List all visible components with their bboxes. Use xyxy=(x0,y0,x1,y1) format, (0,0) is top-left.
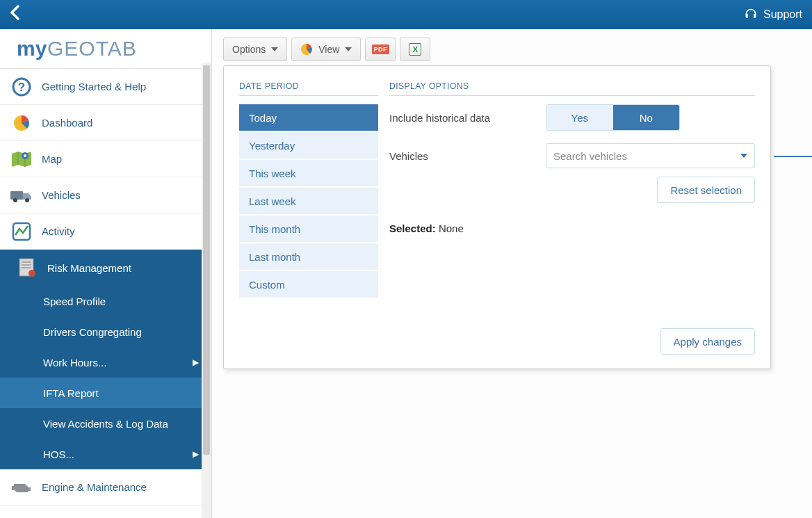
scrollbar-thumb[interactable] xyxy=(203,65,210,455)
logo-suffix: GEOTAB xyxy=(47,37,137,60)
svg-rect-10 xyxy=(22,261,31,263)
toggle-yes[interactable]: Yes xyxy=(546,105,613,130)
truck-icon xyxy=(10,187,33,204)
period-option[interactable]: Last week xyxy=(239,188,378,214)
report-icon xyxy=(15,258,39,277)
nav-label: Activity xyxy=(42,225,75,237)
nav-getting-started[interactable]: ? Getting Started & Help xyxy=(0,69,211,105)
nav-activity[interactable]: Activity xyxy=(0,213,211,250)
selected-value: None xyxy=(439,222,464,234)
nav-risk-management[interactable]: Risk Management xyxy=(0,250,211,286)
svg-rect-14 xyxy=(12,486,14,490)
sub-nav-item[interactable]: Speed Profile xyxy=(0,286,211,316)
top-bar: Support xyxy=(0,0,812,29)
sub-nav-item[interactable]: IFTA Report xyxy=(0,378,211,408)
nav-engine-maintenance[interactable]: Engine & Maintenance xyxy=(0,469,211,505)
options-label: Options xyxy=(232,44,266,55)
date-period-list: TodayYesterdayThis weekLast weekThis mon… xyxy=(239,104,378,298)
svg-point-7 xyxy=(25,198,29,202)
sidebar: my GEOTAB ? Getting Started & Help Dashb… xyxy=(0,29,212,518)
svg-text:?: ? xyxy=(18,81,25,94)
options-button[interactable]: Options xyxy=(223,38,287,61)
nav-map[interactable]: Map xyxy=(0,141,211,177)
chevron-down-icon xyxy=(345,47,352,51)
period-option[interactable]: Yesterday xyxy=(239,132,378,159)
apply-changes-button[interactable]: Apply changes xyxy=(660,328,755,355)
activity-icon xyxy=(10,222,33,241)
activity-submenu: Risk Management Speed ProfileDrivers Con… xyxy=(0,250,211,469)
svg-rect-12 xyxy=(22,267,31,268)
apply-label: Apply changes xyxy=(674,336,742,348)
period-option[interactable]: Today xyxy=(239,104,378,131)
export-excel-button[interactable]: X xyxy=(400,38,430,61)
chevron-left-icon xyxy=(10,5,19,20)
svg-rect-5 xyxy=(10,191,23,200)
view-label: View xyxy=(318,44,339,55)
vehicles-placeholder: Search vehicles xyxy=(553,150,627,162)
tab-underline xyxy=(774,156,812,157)
reset-selection-button[interactable]: Reset selection xyxy=(657,177,755,203)
piechart-icon xyxy=(300,43,313,56)
period-option[interactable]: This week xyxy=(239,160,378,186)
include-historical-label: Include historical data xyxy=(389,112,546,124)
options-panel: DATE PERIOD TodayYesterdayThis weekLast … xyxy=(223,65,771,369)
view-button[interactable]: View xyxy=(291,38,361,61)
display-options-title: DISPLAY OPTIONS xyxy=(389,81,755,96)
sub-nav-item[interactable]: Drivers Congregating xyxy=(0,316,211,347)
back-button[interactable] xyxy=(10,5,19,24)
support-link[interactable]: Support xyxy=(744,8,802,22)
sub-nav-label: View Accidents & Log Data xyxy=(43,418,168,430)
nav-label: Dashboard xyxy=(42,117,92,129)
logo: my GEOTAB xyxy=(0,29,211,69)
chevron-right-icon: ▶ xyxy=(193,357,199,367)
date-period-title: DATE PERIOD xyxy=(239,81,378,96)
period-option[interactable]: Custom xyxy=(239,271,378,298)
chevron-down-icon xyxy=(740,154,747,158)
sub-nav-label: Drivers Congregating xyxy=(43,326,142,338)
nav-vehicles[interactable]: Vehicles xyxy=(0,177,211,213)
nav-label: Engine & Maintenance xyxy=(42,481,147,493)
include-historical-toggle: Yes No xyxy=(546,104,680,131)
reset-label: Reset selection xyxy=(670,184,742,196)
logo-prefix: my xyxy=(17,37,47,60)
chevron-right-icon: ▶ xyxy=(193,449,199,459)
headset-icon xyxy=(744,8,758,22)
selected-label: Selected: xyxy=(389,222,436,234)
period-option[interactable]: Last month xyxy=(239,243,378,270)
export-pdf-button[interactable]: PDF xyxy=(365,38,396,61)
engine-icon xyxy=(10,480,33,495)
toolbar: Options View PDF X xyxy=(223,38,812,61)
sidebar-scrollbar[interactable] xyxy=(202,63,211,518)
vehicles-select[interactable]: Search vehicles xyxy=(546,143,755,168)
sub-nav-item[interactable]: HOS...▶ xyxy=(0,439,211,469)
nav-dashboard[interactable]: Dashboard xyxy=(0,105,211,141)
pdf-icon: PDF xyxy=(372,44,390,54)
sub-nav-item[interactable]: Work Hours...▶ xyxy=(0,347,211,378)
svg-point-4 xyxy=(24,154,26,157)
sub-nav-item[interactable]: View Accidents & Log Data xyxy=(0,408,211,439)
vehicles-label: Vehicles xyxy=(389,150,546,162)
risk-management-label: Risk Management xyxy=(47,262,131,274)
selected-summary: Selected: None xyxy=(389,222,755,234)
svg-point-6 xyxy=(13,198,17,202)
sub-nav-label: Speed Profile xyxy=(43,296,106,307)
chevron-down-icon xyxy=(271,47,278,51)
sub-nav-label: IFTA Report xyxy=(43,387,99,399)
toggle-no[interactable]: No xyxy=(613,105,680,130)
svg-rect-15 xyxy=(28,487,31,491)
period-option[interactable]: This month xyxy=(239,216,378,242)
nav-label: Map xyxy=(42,153,62,165)
svg-point-13 xyxy=(29,270,35,277)
nav-label: Getting Started & Help xyxy=(42,81,146,92)
sub-nav-label: Work Hours... xyxy=(43,357,106,369)
svg-rect-11 xyxy=(22,264,31,266)
sub-nav-label: HOS... xyxy=(43,448,74,460)
help-icon: ? xyxy=(10,77,33,97)
piechart-icon xyxy=(10,113,33,133)
main-content: Options View PDF X DATE PERIOD TodayYest… xyxy=(212,29,812,518)
excel-icon: X xyxy=(409,43,421,56)
support-label: Support xyxy=(763,8,802,21)
nav-label: Vehicles xyxy=(42,189,81,201)
map-icon xyxy=(10,150,33,168)
